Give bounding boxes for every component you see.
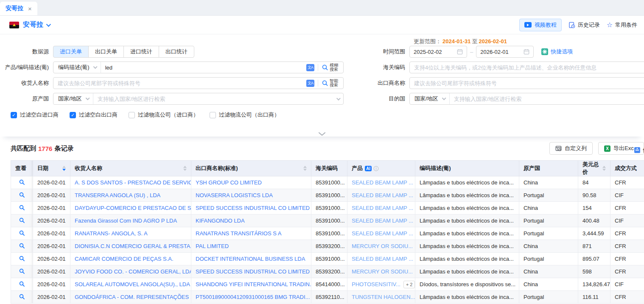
search-icon [322, 64, 328, 71]
checkbox-checked-icon[interactable]: ✓ [11, 112, 17, 118]
view-record-button[interactable] [19, 192, 25, 198]
checkbox-unchecked-icon[interactable] [210, 112, 216, 118]
quick-options-button[interactable]: 快捷选项 [541, 48, 573, 56]
sort-asc-icon[interactable] [303, 166, 307, 168]
consignee-link[interactable]: SOLAREAL AUTOMOVEL ANGOLA(SU)., LDA [75, 281, 190, 287]
sort-control[interactable] [60, 166, 66, 171]
exporter-link[interactable]: YSH GROUP CO LIMITED [196, 179, 262, 186]
view-record-button[interactable] [19, 281, 25, 287]
exporter-link[interactable]: DOCKET INTERNATIONAL BUSINESS LDA [196, 256, 305, 262]
sort-desc-icon[interactable] [602, 169, 606, 171]
checkbox-checked-icon[interactable]: ✓ [70, 112, 76, 118]
chevron-down-icon[interactable] [46, 22, 51, 26]
consignee-link[interactable]: JOYVIO FOOD CO. - COMERCIO GERAL, LDA [75, 268, 191, 275]
more-products-badge[interactable]: + 2 [403, 281, 415, 288]
result-count-text: 共匹配到 1776 条记录 [11, 145, 73, 153]
datasource-tab-4[interactable]: 出口统计 [159, 46, 194, 58]
column-header-9: 美元总价 [578, 161, 610, 176]
filter-checkbox-4[interactable]: 过滤物流公司（出口商） [210, 111, 280, 119]
consignee-link[interactable]: TRANSERRA ANGOLA (SU) , LDA [75, 192, 160, 198]
exporter-input[interactable] [410, 78, 644, 89]
product-link[interactable]: MERCURY OR SODIU... [352, 243, 413, 249]
product-link[interactable]: TUNGSTEN HALOGEN... [352, 294, 415, 300]
exporter-link[interactable]: PT50018900004120931000165 BMG TRADI... [196, 294, 310, 300]
exporter-link[interactable]: SHANDONG YIFEI INTERNATIONAL TRADIN... [196, 281, 311, 287]
view-record-button[interactable] [19, 179, 25, 185]
destination-country-input[interactable] [450, 93, 644, 104]
origin-country-input[interactable] [93, 93, 333, 104]
history-button[interactable]: 历史记录 [568, 21, 600, 29]
consignee-link[interactable]: A. S DOS SANTOS - PRESTACAO DE SERVIC... [75, 179, 191, 186]
view-record-button[interactable] [19, 255, 25, 262]
view-record-button[interactable] [19, 217, 25, 223]
save-conditions-button[interactable]: 保存条件 [634, 146, 644, 154]
filter-checkbox-2[interactable]: ✓过滤空白出口商 [70, 111, 118, 119]
exporter-link[interactable]: RANATRANS TRANSITÁRIOS S A [196, 230, 282, 237]
consignee-link[interactable]: Fazenda Girassol Com IND AGRO P LDA [75, 218, 177, 224]
product-link[interactable]: MERCURY OR SODIU... [352, 268, 413, 275]
page-tab-angola[interactable]: 安哥拉 × [0, 2, 37, 15]
view-record-button[interactable] [19, 230, 25, 236]
exporter-link[interactable]: KIFANGONDO LDA [196, 218, 245, 224]
destination-country-select[interactable]: 国家/地区 [410, 93, 450, 104]
sort-desc-icon[interactable] [62, 169, 66, 171]
smart-search-button[interactable]: 智能搜索 [322, 79, 339, 87]
product-link[interactable]: SEALED BEAM LAMP ... [352, 256, 413, 262]
exporter-link[interactable]: PAL LIMITED [196, 243, 229, 249]
exporter-link[interactable]: SPEED SUCCESS INDUSTRIAL CO LIMITED [196, 205, 310, 211]
consignee-link[interactable]: GONDOÁFRICA - COM. REPRESENTAÇÕES ... [75, 294, 191, 300]
close-icon[interactable]: × [28, 6, 32, 12]
sort-asc-icon[interactable] [602, 166, 606, 168]
incoterm-cell: CFR [610, 227, 644, 240]
sort-control[interactable] [181, 166, 187, 171]
product-link[interactable]: SEALED BEAM LAMP ... [352, 205, 413, 211]
fuzzy-search-button[interactable]: 模糊搜索 [322, 63, 339, 72]
consignee-link[interactable]: DIONISIA.C.N COMERCIO GERAL & PRESTA... [75, 243, 191, 249]
consignee-input[interactable] [53, 78, 302, 89]
origin-country-select[interactable]: 国家/地区 [53, 93, 93, 104]
chevron-down-icon[interactable] [336, 96, 341, 100]
collapse-filter-button[interactable] [318, 132, 326, 136]
date-from-input[interactable]: 2025-02-02 [409, 46, 467, 58]
datasource-tab-1[interactable]: 进口关单 [53, 46, 89, 58]
incoterm-cell: CFR [610, 240, 644, 253]
filter-checkbox-3[interactable]: 过滤物流公司（进口商） [129, 111, 199, 119]
product-field-select[interactable]: 编码描述(葡) [53, 62, 101, 73]
product-link[interactable]: PHOTOSENSITIV... [352, 281, 400, 287]
checkbox-unchecked-icon[interactable] [129, 112, 135, 118]
view-record-button[interactable] [19, 243, 25, 249]
sort-desc-icon[interactable] [303, 169, 307, 171]
sort-control[interactable] [301, 166, 307, 171]
translate-icon[interactable]: 文A [306, 64, 314, 71]
hs-code-input[interactable] [410, 62, 644, 73]
exporter-link[interactable]: SPEED SUCCESS INDUSTRIAL CO LIMITED [196, 268, 310, 275]
view-record-button[interactable] [19, 268, 25, 274]
view-record-button[interactable] [19, 293, 25, 300]
product-link[interactable]: SEALED BEAM LAMP ... [352, 179, 413, 186]
date-to-input[interactable]: 2026-02-01 [476, 46, 534, 58]
product-link[interactable]: SEALED BEAM LAMP ... [352, 192, 413, 198]
video-tutorial-button[interactable]: 视频教程 [519, 19, 562, 31]
consignee-link[interactable]: CAMICAR COMERCIO DE PEÇAS S.A. [75, 256, 174, 262]
filter-checkbox-1[interactable]: ✓过滤空白进口商 [11, 111, 59, 119]
datasource-tab-3[interactable]: 进口统计 [123, 46, 159, 58]
info-icon[interactable] [373, 166, 379, 171]
sort-control[interactable] [600, 166, 606, 171]
product-link[interactable]: SEALED BEAM LAMP ... [352, 230, 413, 237]
origin-country-cell: China [519, 265, 578, 278]
translate-icon[interactable]: 文A [306, 80, 314, 87]
sort-asc-icon[interactable] [183, 166, 187, 168]
column-label: 成交方式 [615, 165, 637, 172]
consignee-link[interactable]: RANATRANS- ANGOLA, S. A [75, 230, 148, 237]
product-search-input[interactable] [101, 62, 302, 73]
product-link[interactable]: SEALED BEAM LAMP ... [352, 218, 413, 224]
sort-asc-icon[interactable] [62, 166, 66, 168]
datasource-tab-2[interactable]: 出口关单 [88, 46, 124, 58]
sort-desc-icon[interactable] [183, 169, 187, 171]
customize-columns-button[interactable]: 自定义列 [549, 142, 593, 155]
consignee-link[interactable]: DAYDAYUP-COMERCIO E PRESTACAO DE S... [75, 205, 191, 211]
view-record-button[interactable] [19, 204, 25, 211]
country-selector-label[interactable]: 安哥拉 [23, 20, 43, 29]
favorite-conditions-button[interactable]: ☆ 常用条件 [607, 21, 637, 29]
exporter-link[interactable]: NOVASERRA LOGISTICS LDA [196, 192, 273, 198]
